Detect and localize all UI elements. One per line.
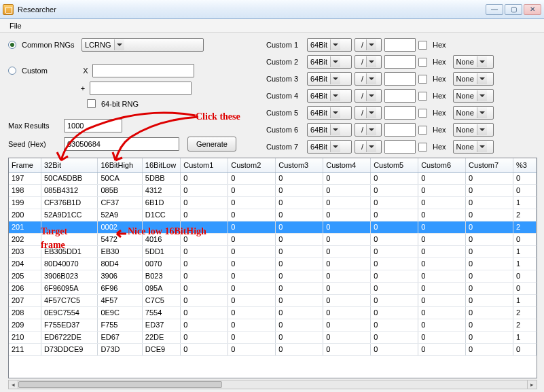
table-cell: 0E9C — [98, 306, 142, 319]
table-row[interactable]: 2025472401600000000 — [9, 233, 537, 245]
custom-hex-checkbox[interactable] — [418, 126, 427, 135]
column-header[interactable]: Custom4 — [323, 158, 371, 172]
custom-value-input[interactable] — [384, 106, 416, 120]
scroll-right-icon[interactable]: ▸ — [527, 380, 537, 389]
custom-hex-checkbox[interactable] — [418, 92, 427, 101]
table-row[interactable]: 2053906B0233906B02300000000 — [9, 270, 537, 282]
max-results-input[interactable]: 1000 — [64, 119, 122, 132]
table-row[interactable]: 20052A9D1CC52A9D1CC00000002 — [9, 209, 537, 221]
custom-value-input[interactable] — [384, 140, 416, 154]
table-cell: 0 — [371, 331, 418, 343]
custom-hex-checkbox[interactable] — [418, 75, 427, 84]
custom-type-select[interactable]: 64Bit — [307, 55, 352, 69]
column-header[interactable]: Custom5 — [371, 158, 418, 172]
custom-op-select[interactable]: / — [355, 140, 382, 154]
table-header-row[interactable]: Frame32Bit16BitHigh16BitLowCustom1Custom… — [9, 158, 537, 172]
custom-none-select[interactable]: None — [453, 55, 494, 69]
custom-op-select[interactable]: / — [355, 106, 382, 120]
column-header[interactable]: %3 — [513, 158, 537, 172]
table-cell: 0 — [181, 172, 228, 184]
seed-input[interactable]: 03050684 — [64, 137, 179, 151]
column-header[interactable]: 16BitLow — [142, 158, 180, 172]
table-cell: 1 — [513, 245, 537, 257]
custom-hex-checkbox[interactable] — [418, 41, 427, 50]
table-cell: 0 — [323, 331, 371, 343]
scroll-left-icon[interactable]: ◂ — [9, 380, 18, 389]
custom-op-select[interactable]: / — [355, 55, 382, 69]
table-cell: 0 — [228, 343, 276, 355]
custom-none-select[interactable]: None — [453, 106, 494, 120]
column-header[interactable]: Custom1 — [181, 158, 228, 172]
table-row[interactable]: 203EB305DD1EB305DD100000001 — [9, 245, 537, 257]
custom-hex-checkbox[interactable] — [418, 109, 427, 118]
scroll-thumb[interactable] — [18, 381, 222, 388]
custom-value-input[interactable] — [384, 72, 416, 86]
chevron-down-icon — [330, 90, 340, 101]
custom-none-select[interactable]: None — [453, 89, 494, 103]
table-row[interactable]: 20100020000002 — [9, 221, 537, 233]
table-row[interactable]: 210ED6722DEED6722DE00000001 — [9, 331, 537, 343]
custom-type-select[interactable]: 64Bit — [307, 140, 352, 154]
table-cell: 085B — [98, 184, 142, 196]
horizontal-scrollbar[interactable]: ◂ ▸ — [8, 380, 537, 389]
column-header[interactable]: Frame — [9, 158, 41, 172]
table-row[interactable]: 2074F57C7C54F57C7C500000001 — [9, 294, 537, 306]
table-row[interactable]: 209F755ED37F755ED3700000002 — [9, 319, 537, 331]
custom-rng-radio[interactable] — [8, 67, 16, 75]
generate-button[interactable]: Generate — [187, 137, 236, 152]
table-row[interactable]: 2080E9C75540E9C755400000002 — [9, 306, 537, 319]
custom-op-select[interactable]: / — [355, 123, 382, 137]
menubar: File — [0, 19, 544, 33]
table-row[interactable]: 2066F96095A6F96095A00000000 — [9, 282, 537, 294]
custom-none-select[interactable]: None — [453, 123, 494, 137]
custom-x-input[interactable] — [92, 64, 194, 77]
maximize-button[interactable]: ▢ — [505, 4, 522, 15]
64bit-rng-checkbox[interactable] — [87, 99, 96, 108]
chevron-down-icon — [114, 39, 124, 50]
column-header[interactable]: 32Bit — [41, 158, 98, 172]
custom-type-select[interactable]: 64Bit — [307, 123, 352, 137]
table-row[interactable]: 211D73DDCE9D73DDCE900000000 — [9, 343, 537, 355]
table-row[interactable]: 198085B4312085B431200000000 — [9, 184, 537, 196]
custom-plus-input[interactable] — [90, 82, 192, 95]
table-cell: 0 — [276, 282, 323, 294]
common-rngs-select[interactable]: LCRNG — [81, 38, 204, 52]
table-cell: 0 — [466, 270, 513, 282]
custom-value-input[interactable] — [384, 89, 416, 103]
custom-type-select[interactable]: 64Bit — [307, 89, 352, 103]
table-row[interactable]: 20480D4007080D4007000000001 — [9, 257, 537, 270]
custom-value-input[interactable] — [384, 38, 416, 52]
custom-label: Custom 5 — [266, 109, 304, 117]
custom-none-select[interactable]: None — [453, 72, 494, 86]
table-row[interactable]: 19750CA5DBB50CA5DBB00000000 — [9, 172, 537, 184]
custom-hex-checkbox[interactable] — [418, 143, 427, 152]
custom-row-2: Custom 264Bit/HexNone — [266, 55, 536, 69]
column-header[interactable]: Custom3 — [276, 158, 323, 172]
table-cell: 198 — [9, 184, 41, 196]
close-button[interactable]: ✕ — [524, 4, 541, 15]
column-header[interactable]: Custom6 — [418, 158, 466, 172]
table-row[interactable]: 199CF376B1DCF376B1D00000001 — [9, 196, 537, 209]
column-header[interactable]: 16BitHigh — [98, 158, 142, 172]
custom-hex-checkbox[interactable] — [418, 58, 427, 67]
custom-value-input[interactable] — [384, 55, 416, 69]
common-rngs-radio[interactable] — [8, 41, 16, 49]
custom-op-select[interactable]: / — [355, 72, 382, 86]
table-cell: 0 — [418, 172, 466, 184]
custom-value-input[interactable] — [384, 123, 416, 137]
table-cell: 0 — [371, 282, 418, 294]
custom-type-select[interactable]: 64Bit — [307, 72, 352, 86]
table-cell: 0 — [181, 306, 228, 319]
minimize-button[interactable]: — — [486, 4, 503, 15]
custom-type-select[interactable]: 64Bit — [307, 106, 352, 120]
custom-none-select[interactable]: None — [453, 140, 494, 154]
column-header[interactable]: Custom2 — [228, 158, 276, 172]
custom-op-select[interactable]: / — [355, 89, 382, 103]
results-table[interactable]: Frame32Bit16BitHigh16BitLowCustom1Custom… — [8, 158, 537, 378]
app-icon — [3, 4, 14, 15]
menu-file[interactable]: File — [5, 21, 26, 31]
custom-op-select[interactable]: / — [355, 38, 382, 52]
custom-type-select[interactable]: 64Bit — [307, 38, 352, 52]
table-cell: 5DBB — [142, 172, 180, 184]
column-header[interactable]: Custom7 — [466, 158, 513, 172]
